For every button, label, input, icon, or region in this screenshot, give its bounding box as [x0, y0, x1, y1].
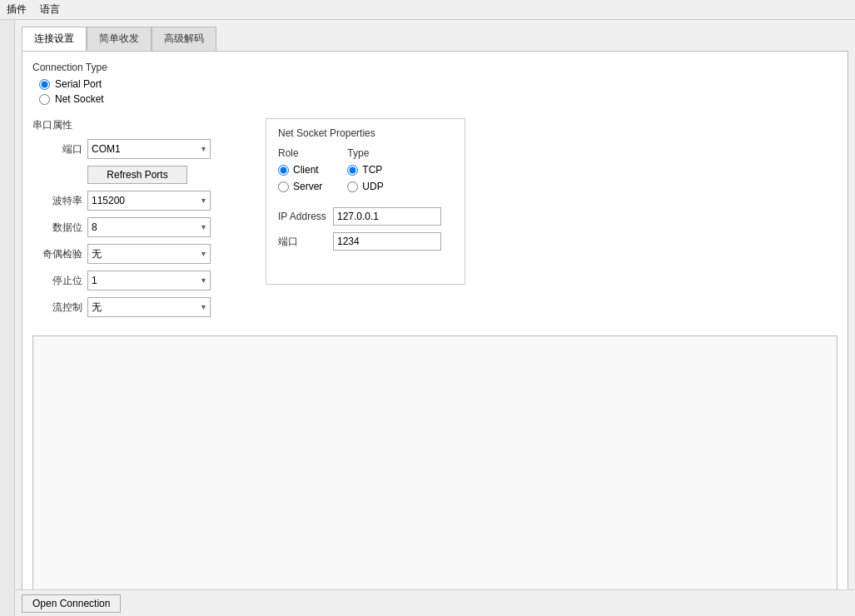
connection-type-radios: Serial Port Net Socket: [39, 78, 838, 105]
baud-select[interactable]: 115200: [87, 191, 211, 211]
role-client[interactable]: Client: [278, 164, 322, 176]
refresh-ports-button[interactable]: Refresh Ports: [87, 166, 187, 184]
main-panel: Connection Type Serial Port Net Socket 串…: [22, 51, 848, 609]
radio-serial-port[interactable]: Serial Port: [39, 78, 838, 90]
radio-net-socket-input[interactable]: [39, 94, 50, 105]
connection-type-group: Connection Type Serial Port Net Socket: [32, 62, 838, 105]
role-client-label: Client: [293, 164, 319, 176]
role-label: Role: [278, 147, 322, 159]
type-label: Type: [347, 147, 383, 159]
radio-serial-port-label: Serial Port: [55, 78, 102, 90]
data-bits-row: 数据位 8: [32, 217, 249, 237]
type-udp[interactable]: UDP: [347, 181, 383, 192]
tab-connection-settings[interactable]: 连接设置: [22, 27, 87, 51]
data-bits-select-wrapper: 8: [87, 217, 211, 237]
baud-select-wrapper: 115200: [87, 191, 211, 211]
role-server-input[interactable]: [278, 181, 289, 192]
parity-row: 奇偶检验 无: [32, 244, 249, 264]
type-udp-input[interactable]: [347, 181, 358, 192]
type-tcp-input[interactable]: [347, 165, 358, 176]
serial-section: 串口属性 端口 COM1 Refresh Ports 波特率: [32, 118, 249, 324]
menu-bar: 插件 语言: [0, 0, 855, 20]
parity-label: 奇偶检验: [32, 247, 82, 261]
tab-bar: 连接设置 简单收发 高级解码: [22, 27, 848, 51]
port-select-wrapper: COM1: [87, 139, 211, 159]
net-port-label: 端口: [278, 235, 328, 249]
net-columns: Role Client Server Type: [278, 147, 453, 197]
baud-row: 波特率 115200: [32, 191, 249, 211]
menu-plugin[interactable]: 插件: [7, 2, 27, 17]
radio-serial-port-input[interactable]: [39, 79, 50, 90]
type-udp-label: UDP: [362, 181, 383, 192]
tab-advanced-decode[interactable]: 高级解码: [152, 27, 216, 51]
role-server[interactable]: Server: [278, 181, 322, 192]
port-select[interactable]: COM1: [87, 139, 211, 159]
net-socket-title: Net Socket Properties: [278, 127, 453, 139]
stop-bits-row: 停止位 1: [32, 271, 249, 291]
stop-bits-label: 停止位: [32, 274, 82, 288]
tab-simple-send-receive[interactable]: 简单收发: [87, 27, 152, 51]
flow-control-row: 流控制 无: [32, 297, 249, 317]
main-content: 连接设置 简单收发 高级解码 Connection Type Serial Po…: [15, 20, 855, 616]
port-label: 端口: [32, 142, 82, 156]
open-connection-button[interactable]: Open Connection: [22, 594, 121, 613]
data-bits-select[interactable]: 8: [87, 217, 211, 237]
role-client-input[interactable]: [278, 165, 289, 176]
stop-bits-select[interactable]: 1: [87, 271, 211, 291]
ip-address-input[interactable]: [333, 207, 441, 226]
role-server-label: Server: [293, 181, 322, 192]
ip-address-label: IP Address: [278, 211, 328, 222]
stop-bits-select-wrapper: 1: [87, 271, 211, 291]
net-port-row: 端口: [278, 232, 453, 251]
flow-control-select[interactable]: 无: [87, 297, 211, 317]
ip-address-row: IP Address: [278, 207, 453, 226]
role-column: Role Client Server: [278, 147, 322, 197]
text-area-section: [32, 335, 838, 599]
data-bits-label: 数据位: [32, 221, 82, 235]
serial-section-title: 串口属性: [32, 118, 249, 132]
type-column: Type TCP UDP: [347, 147, 383, 197]
type-tcp-label: TCP: [362, 164, 382, 176]
parity-select-wrapper: 无: [87, 244, 211, 264]
refresh-btn-row: Refresh Ports: [32, 166, 249, 184]
net-port-input[interactable]: [333, 232, 441, 251]
parity-select[interactable]: 无: [87, 244, 211, 264]
radio-net-socket[interactable]: Net Socket: [39, 93, 838, 105]
sidebar: [0, 20, 15, 616]
flow-control-label: 流控制: [32, 301, 82, 315]
baud-label: 波特率: [32, 194, 82, 208]
radio-net-socket-label: Net Socket: [55, 93, 104, 105]
net-socket-section: Net Socket Properties Role Client Server: [266, 118, 465, 285]
type-tcp[interactable]: TCP: [347, 164, 383, 176]
content-row: 串口属性 端口 COM1 Refresh Ports 波特率: [32, 118, 838, 324]
connection-type-label: Connection Type: [32, 62, 838, 73]
bottom-bar: Open Connection: [15, 589, 855, 616]
menu-language[interactable]: 语言: [40, 2, 60, 17]
flow-control-select-wrapper: 无: [87, 297, 211, 317]
port-row: 端口 COM1: [32, 139, 249, 159]
